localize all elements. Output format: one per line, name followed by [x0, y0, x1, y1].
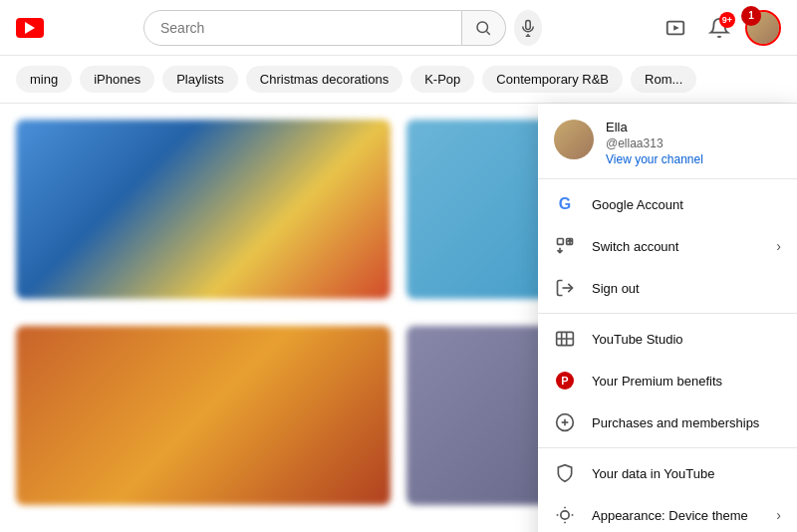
account-dropdown: Ella @ellaa313 View your channel G Googl… [538, 104, 797, 532]
premium-label: Your Premium benefits [592, 374, 781, 389]
youtube-logo [16, 18, 44, 38]
chip-playlists[interactable]: Playlists [162, 66, 238, 93]
svg-point-14 [561, 511, 569, 519]
content-area: Ella @ellaa313 View your channel G Googl… [0, 104, 797, 532]
avatar-container: 1 [745, 10, 781, 46]
chip-christmas[interactable]: Christmas decorations [246, 66, 402, 93]
create-button[interactable] [658, 10, 693, 46]
chips-bar: ming iPhones Playlists Christmas decorat… [0, 56, 797, 104]
profile-handle: @ellaa313 [606, 136, 703, 150]
profile-name: Ella [606, 120, 703, 134]
divider-1 [538, 178, 797, 179]
chip-kpop[interactable]: K-Pop [410, 66, 474, 93]
dropdown-item-premium[interactable]: P Your Premium benefits [538, 360, 797, 401]
youtube-icon [16, 18, 44, 38]
view-channel-link[interactable]: View your channel [606, 152, 703, 166]
studio-icon [554, 328, 576, 350]
chip-iphones[interactable]: iPhones [80, 66, 154, 93]
dropdown-item-appearance[interactable]: Appearance: Device theme › [538, 494, 797, 532]
svg-rect-7 [558, 239, 564, 245]
dropdown-profile: Ella @ellaa313 View your channel [538, 104, 797, 174]
google-icon: G [554, 193, 576, 215]
notifications-button[interactable]: 9+ [701, 10, 737, 46]
divider-2 [538, 313, 797, 314]
dropdown-item-switch-account[interactable]: Switch account › [538, 225, 797, 267]
switch-account-label: Switch account [592, 239, 760, 254]
video-thumbnail-1[interactable] [16, 120, 391, 299]
step1-badge: 1 [741, 6, 761, 26]
switch-account-icon [554, 235, 576, 257]
dropdown-item-purchases[interactable]: Purchases and memberships [538, 401, 797, 443]
purchases-label: Purchases and memberships [592, 415, 781, 430]
dropdown-item-google-account[interactable]: G Google Account [538, 183, 797, 225]
header-actions: 9+ 1 [658, 10, 781, 46]
create-icon [664, 17, 686, 39]
svg-rect-2 [526, 20, 531, 29]
dropdown-avatar [554, 120, 594, 159]
chip-ming[interactable]: ming [16, 66, 72, 93]
header-left [16, 18, 44, 38]
header: 9+ 1 [0, 0, 797, 56]
svg-point-0 [477, 22, 488, 33]
profile-info: Ella @ellaa313 View your channel [606, 120, 703, 166]
mic-icon [519, 19, 537, 37]
search-input[interactable] [143, 10, 462, 46]
google-account-label: Google Account [592, 197, 781, 212]
notification-badge: 9+ [719, 12, 735, 28]
svg-marker-6 [673, 25, 679, 31]
sign-out-label: Sign out [592, 281, 781, 296]
sign-out-icon [554, 277, 576, 299]
divider-3 [538, 447, 797, 448]
search-button[interactable] [462, 10, 506, 46]
dropdown-item-your-data[interactable]: Your data in YouTube [538, 452, 797, 494]
svg-line-1 [487, 31, 490, 34]
purchases-icon [554, 411, 576, 433]
search-icon [474, 19, 492, 37]
switch-account-arrow: › [776, 238, 781, 254]
appearance-label: Appearance: Device theme [592, 508, 760, 523]
mic-button[interactable] [514, 10, 542, 46]
your-data-icon [554, 462, 576, 484]
dropdown-item-sign-out[interactable]: Sign out [538, 267, 797, 309]
your-data-label: Your data in YouTube [592, 466, 781, 481]
premium-icon: P [554, 370, 576, 392]
chip-contemporary[interactable]: Contemporary R&B [482, 66, 623, 93]
dropdown-item-youtube-studio[interactable]: YouTube Studio [538, 318, 797, 360]
youtube-studio-label: YouTube Studio [592, 332, 781, 347]
appearance-icon [554, 504, 576, 526]
appearance-arrow: › [776, 507, 781, 523]
search-container [143, 10, 542, 46]
chip-rom[interactable]: Rom... [631, 66, 696, 93]
video-thumbnail-3[interactable] [16, 326, 391, 505]
